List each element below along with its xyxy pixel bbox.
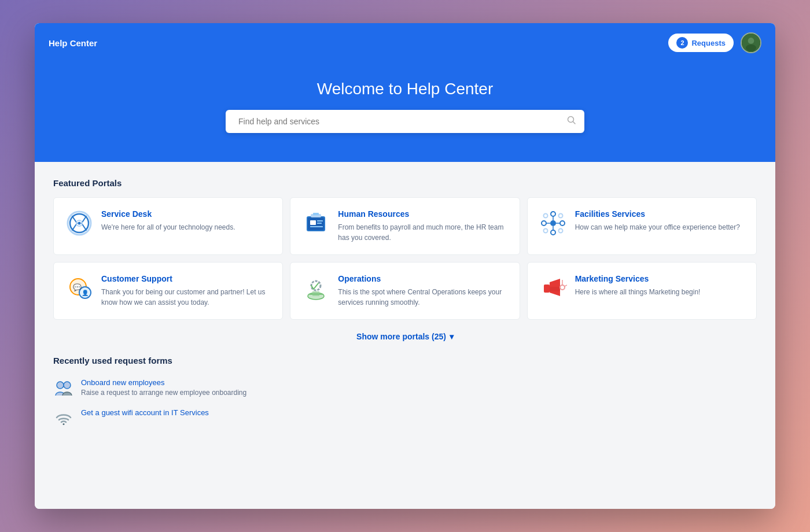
requests-button[interactable]: 2 Requests: [668, 34, 734, 52]
svg-point-38: [560, 285, 565, 290]
portal-card-customer-support[interactable]: 💬 👤 Customer Support Thank you for being…: [53, 262, 283, 320]
onboard-icon: [53, 378, 74, 399]
requests-badge: 2: [676, 37, 688, 49]
customer-support-desc: Thank you for being our customer and par…: [101, 287, 271, 308]
show-more-button[interactable]: Show more portals (25) ▾: [356, 332, 454, 341]
svg-rect-37: [550, 287, 560, 291]
marketing-info: Marketing Services Here is where all thi…: [575, 274, 745, 297]
marketing-name: Marketing Services: [575, 274, 745, 283]
search-input[interactable]: [234, 110, 567, 133]
recent-item-onboard: Onboard new employees Raise a request to…: [53, 374, 757, 404]
topbar-actions: 2 Requests: [668, 32, 761, 53]
svg-point-2: [746, 45, 756, 51]
svg-point-24: [558, 229, 562, 233]
show-more-chevron: ▾: [450, 332, 454, 341]
svg-point-22: [558, 214, 562, 218]
show-more-section: Show more portals (25) ▾: [53, 331, 757, 342]
portals-grid: Service Desk We're here for all of your …: [53, 197, 757, 320]
onboard-info: Onboard new employees Raise a request to…: [81, 378, 246, 397]
svg-point-20: [560, 221, 565, 226]
svg-line-4: [573, 122, 576, 124]
svg-rect-36: [544, 285, 550, 293]
marketing-icon: [539, 274, 567, 302]
svg-point-39: [57, 382, 64, 389]
operations-desc: This is the spot where Central Operation…: [338, 287, 507, 308]
human-resources-info: Human Resources From benefits to payroll…: [338, 209, 507, 243]
facilities-icon: [539, 209, 567, 237]
human-resources-icon: [302, 209, 330, 237]
search-icon[interactable]: [567, 116, 576, 127]
svg-rect-11: [317, 220, 323, 221]
portal-card-operations[interactable]: Operations This is the spot where Centra…: [290, 262, 520, 320]
hero-title: Welcome to Help Center: [46, 80, 764, 98]
customer-support-icon: 💬 👤: [65, 274, 93, 302]
service-desk-info: Service Desk We're here for all of your …: [101, 209, 271, 232]
svg-rect-12: [317, 223, 322, 224]
svg-point-7: [78, 222, 81, 225]
operations-info: Operations This is the spot where Centra…: [338, 274, 507, 308]
customer-support-info: Customer Support Thank you for being our…: [101, 274, 271, 308]
facilities-info: Facilities Services How can we help make…: [575, 209, 745, 232]
wifi-info: Get a guest wifi account in IT Services: [81, 408, 209, 419]
svg-point-17: [551, 212, 555, 216]
facilities-desc: How can we help make your office experie…: [575, 222, 745, 232]
svg-point-41: [63, 423, 65, 425]
svg-point-19: [542, 221, 546, 226]
app-window: Help Center 2 Requests: [35, 23, 775, 509]
svg-text:💬: 💬: [73, 283, 82, 291]
svg-point-40: [64, 382, 71, 389]
featured-portals-title: Featured Portals: [53, 178, 757, 188]
customer-support-name: Customer Support: [101, 274, 271, 283]
svg-rect-15: [313, 213, 319, 215]
hero-section: Help Center 2 Requests: [35, 23, 775, 162]
portal-card-human-resources[interactable]: Human Resources From benefits to payroll…: [290, 197, 520, 255]
human-resources-desc: From benefits to payroll and much more, …: [338, 222, 507, 243]
svg-point-1: [748, 38, 754, 44]
recently-used-title: Recently used request forms: [53, 356, 757, 365]
user-avatar[interactable]: [741, 32, 761, 53]
svg-rect-13: [310, 226, 323, 227]
facilities-name: Facilities Services: [575, 209, 745, 219]
portal-card-service-desk[interactable]: Service Desk We're here for all of your …: [53, 197, 283, 255]
service-desk-name: Service Desk: [101, 209, 271, 219]
operations-icon: [302, 274, 330, 302]
svg-point-23: [543, 229, 547, 233]
human-resources-name: Human Resources: [338, 209, 507, 219]
wifi-link[interactable]: Get a guest wifi account in IT Services: [81, 408, 209, 417]
avatar-image: [742, 34, 760, 52]
onboard-link[interactable]: Onboard new employees: [81, 378, 246, 387]
svg-point-18: [551, 230, 555, 235]
onboard-desc: Raise a request to arrange new employee …: [81, 389, 246, 397]
show-more-label: Show more portals (25): [356, 332, 446, 341]
topbar: Help Center 2 Requests: [35, 23, 775, 62]
recent-item-wifi: Get a guest wifi account in IT Services: [53, 404, 757, 434]
wifi-icon: [53, 408, 74, 429]
main-content: Featured Portals Service Desk We're here…: [35, 162, 775, 509]
svg-text:👤: 👤: [82, 289, 89, 297]
service-desk-icon: [65, 209, 93, 237]
app-title: Help Center: [49, 38, 97, 48]
service-desk-desc: We're here for all of your technology ne…: [101, 222, 271, 232]
svg-rect-10: [310, 220, 316, 225]
svg-point-16: [550, 220, 556, 226]
portal-card-facilities[interactable]: Facilities Services How can we help make…: [527, 197, 757, 255]
operations-name: Operations: [338, 274, 507, 283]
requests-label: Requests: [691, 39, 726, 47]
marketing-desc: Here is where all things Marketing begin…: [575, 287, 745, 297]
hero-content: Welcome to Help Center: [35, 62, 775, 162]
portal-card-marketing[interactable]: Marketing Services Here is where all thi…: [527, 262, 757, 320]
svg-point-21: [543, 214, 547, 218]
search-bar: [226, 110, 584, 133]
